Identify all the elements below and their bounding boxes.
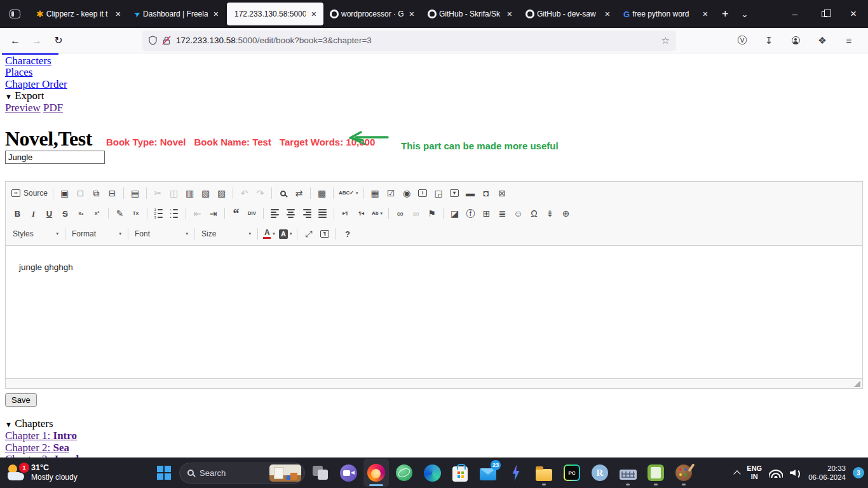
search-highlight-image[interactable] (269, 464, 301, 482)
page-link[interactable]: Characters (5, 55, 67, 67)
atom-button[interactable] (391, 459, 417, 487)
back-button[interactable]: ← (5, 31, 25, 50)
url-bar[interactable]: 172.233.130.58:5000/edit/book?book=3&cha… (142, 30, 676, 51)
file-explorer-button[interactable] (531, 459, 557, 487)
taskbar-search[interactable]: Search (179, 463, 305, 484)
weather-widget[interactable]: 1 31°C Mostly cloudy (6, 458, 78, 488)
copy-formatting-button[interactable]: ✎ (112, 206, 127, 221)
hidden-field-button[interactable]: ⊠ (495, 186, 510, 201)
paste-word-button[interactable]: ▨ (214, 186, 229, 201)
unlink-button[interactable]: ∞ (409, 206, 423, 221)
language-indicator[interactable]: ENG IN (747, 464, 762, 481)
textarea-button[interactable]: ◲ (431, 186, 446, 201)
forward-button[interactable]: → (27, 31, 47, 50)
paste-text-button[interactable]: ▧ (198, 186, 213, 201)
bookmark-star-icon[interactable]: ☆ (661, 35, 670, 46)
browser-tab[interactable]: Gfree python word× (618, 3, 715, 25)
source-button[interactable]: ‹›Source (10, 186, 49, 201)
browser-tab[interactable]: ✱Clipperz - keep it t× (31, 3, 128, 25)
notification-count-badge[interactable]: 3 (853, 467, 864, 478)
strikethrough-button[interactable]: S (58, 206, 72, 221)
format-select[interactable]: Format▾ (69, 226, 124, 241)
special-character-button[interactable]: Ω (527, 206, 541, 221)
align-left-button[interactable] (268, 206, 282, 221)
list-tabs-button[interactable]: ⌄ (735, 8, 755, 20)
hidden-icons-chevron-icon[interactable] (734, 470, 741, 477)
underline-button[interactable]: U (42, 206, 57, 221)
select-field-button[interactable]: ▾ (447, 186, 462, 201)
redo-button[interactable]: ↷ (253, 186, 268, 201)
minimize-button[interactable]: – (780, 0, 810, 28)
bolt-button[interactable] (503, 459, 529, 487)
styles-select[interactable]: Styles▾ (10, 226, 61, 241)
notepad-button[interactable] (643, 459, 668, 487)
chapter-link[interactable]: Chapter 1: Intro (5, 430, 84, 442)
menu-button[interactable]: ≡ (839, 31, 859, 50)
spell-check-button[interactable]: ABC✓▾ (337, 186, 360, 201)
chapter-name-input[interactable] (5, 151, 105, 164)
increase-indent-button[interactable]: ⇥ (206, 206, 220, 221)
find-button[interactable] (276, 186, 290, 201)
tab-close-icon[interactable]: × (407, 9, 416, 19)
superscript-button[interactable]: x² (90, 206, 104, 221)
text-direction-rtl-button[interactable]: ¶◂ (354, 206, 369, 221)
about-button[interactable]: ? (340, 226, 355, 241)
resize-grip-icon[interactable] (854, 381, 860, 387)
select-all-button[interactable]: ▩ (315, 186, 329, 201)
div-container-button[interactable]: DIV (245, 206, 259, 221)
account-button[interactable] (785, 31, 806, 50)
radio-button[interactable]: ◉ (400, 186, 414, 201)
tab-close-icon[interactable]: × (603, 9, 612, 19)
chapters-collapse-icon[interactable]: ▼ (5, 421, 12, 428)
font-select[interactable]: Font▾ (132, 226, 191, 241)
maximize-editor-button[interactable]: ⤢ (301, 226, 316, 241)
tab-close-icon[interactable]: × (505, 9, 514, 19)
firefox-view-button[interactable] (4, 4, 25, 24)
clock[interactable]: 20:33 06-06-2024 (808, 464, 846, 482)
new-page-button[interactable]: □ (73, 186, 88, 201)
templates-button[interactable]: ▤ (128, 186, 142, 201)
italic-button[interactable]: I (26, 206, 41, 221)
firefox-button[interactable] (363, 459, 389, 487)
image-button-button[interactable]: ◘ (479, 186, 494, 201)
save-button[interactable]: ▣ (57, 186, 72, 201)
replace-button[interactable]: ⇄ (292, 186, 306, 201)
reload-button[interactable]: ↻ (48, 31, 69, 50)
text-color-button[interactable]: A▾ (262, 226, 276, 241)
subscript-button[interactable]: x₂ (74, 206, 88, 221)
volume-icon[interactable] (790, 468, 801, 477)
size-select[interactable]: Size▾ (199, 226, 254, 241)
copy-button[interactable]: ◫ (166, 186, 181, 201)
text-field-button[interactable]: I (416, 186, 430, 201)
browser-tab[interactable]: GitHub - Skrifa/Sk× (423, 3, 519, 25)
browser-tab[interactable]: GitHub - dev-saw× (520, 3, 617, 25)
page-link[interactable]: Chapter Order (5, 79, 67, 90)
form-button[interactable]: ▦ (368, 186, 383, 201)
undo-button[interactable]: ↶ (237, 186, 252, 201)
page-link[interactable]: Places (5, 67, 67, 78)
table-button[interactable]: ⊞ (479, 206, 494, 221)
blockquote-button[interactable]: “ (229, 206, 243, 221)
flash-button[interactable]: ⓕ (463, 206, 478, 221)
text-direction-ltr-button[interactable]: ▸¶ (338, 206, 353, 221)
tab-close-icon[interactable]: × (212, 9, 220, 19)
export-collapse-icon[interactable]: ▼ (5, 93, 12, 100)
extensions-button[interactable]: ❖ (812, 31, 832, 50)
export-link[interactable]: PDF (43, 102, 63, 114)
wifi-icon[interactable] (769, 468, 783, 478)
horizontal-rule-button[interactable]: ≣ (495, 206, 510, 221)
decrease-indent-button[interactable]: ⇤ (190, 206, 205, 221)
chat-button[interactable] (336, 459, 361, 487)
background-color-button[interactable]: A▾ (278, 226, 293, 241)
align-right-button[interactable] (299, 206, 314, 221)
chapter-link[interactable]: Chapter 2: Sea (5, 442, 84, 454)
tab-close-icon[interactable]: × (701, 9, 710, 19)
browser-tab[interactable]: ➤Dashboard | Freela× (129, 3, 226, 25)
pycharm-button[interactable]: PC (559, 459, 585, 487)
justify-button[interactable] (315, 206, 330, 221)
close-button[interactable]: × (839, 0, 868, 28)
store-button[interactable] (447, 459, 473, 487)
shield-icon[interactable] (149, 36, 157, 45)
browser-tab[interactable]: 172.233.130.58:5000/e× (227, 3, 323, 25)
remove-format-button[interactable]: Tx (128, 206, 143, 221)
